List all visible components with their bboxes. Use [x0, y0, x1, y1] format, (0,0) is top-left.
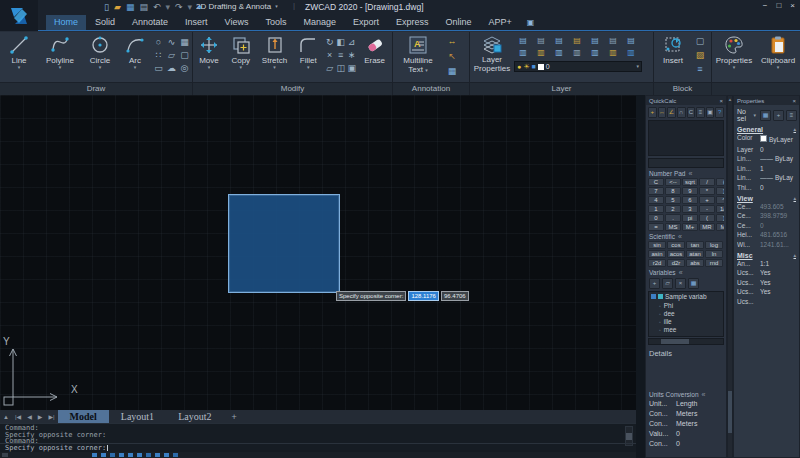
delete-variable-icon[interactable]: × [675, 278, 686, 289]
variables-tree[interactable]: Sample variab◦Phi◦dee◦ille◦mee [648, 291, 724, 337]
calc-fn-sin[interactable]: sin [648, 241, 666, 249]
polygon-icon[interactable]: ▱ [165, 49, 178, 62]
collapse-icon[interactable]: ▴ [793, 195, 796, 202]
calc-key-c[interactable]: C [648, 178, 664, 186]
chevron-down-icon[interactable]: ▾ [208, 65, 211, 70]
etrack-toggle[interactable] [137, 453, 142, 457]
menu-tab-online[interactable]: Online [438, 15, 480, 30]
layer-unlock-icon[interactable]: ▥ [604, 47, 622, 59]
screen-icon[interactable]: ▣ [527, 18, 535, 27]
layer-lock-state-icon[interactable]: ■ [532, 63, 536, 70]
calc-key-key[interactable]: ) [716, 214, 724, 222]
layer-match-icon[interactable]: ▤ [586, 35, 604, 47]
block-create-icon[interactable]: ▢ [692, 35, 708, 49]
calc-key-4[interactable]: 4 [648, 196, 664, 204]
variable-item-mee[interactable]: ◦mee [649, 325, 723, 333]
calc-key-key[interactable]: ( [716, 178, 724, 186]
close-button[interactable]: × [790, 1, 795, 10]
rectangle-icon[interactable]: ▭ [152, 62, 165, 75]
layer-merge-icon[interactable]: ▥ [550, 47, 568, 59]
menu-tab-express[interactable]: Express [388, 15, 437, 30]
layer-color-swatch[interactable] [538, 64, 544, 70]
calc-fn-r2d[interactable]: r2d [648, 259, 666, 267]
collapse-icon[interactable]: « [689, 171, 693, 176]
ortho-toggle[interactable] [110, 453, 115, 457]
scrollbar-thumb[interactable] [626, 433, 632, 440]
block-edit-icon[interactable]: ▨ [692, 49, 708, 63]
command-input[interactable]: Specify opposite corner: [0, 443, 636, 452]
help-icon[interactable]: ? [715, 107, 724, 118]
dimension-icon[interactable]: ↔ [443, 35, 461, 50]
units-row[interactable]: Con...Meters [649, 419, 723, 429]
workspace-dropdown[interactable]: 2D Drafting & Annota ▾ [196, 2, 278, 11]
scientific-header[interactable]: Scientific« [646, 231, 726, 241]
variable-item-dee[interactable]: ◦dee [649, 309, 723, 317]
dyn-toggle[interactable] [146, 453, 151, 457]
chevron-down-icon[interactable]: ▾ [99, 65, 102, 70]
lwt-toggle[interactable] [155, 453, 160, 457]
calc-key-1-x[interactable]: 1/x [716, 205, 724, 213]
calc-key-0[interactable]: 0 [648, 214, 664, 222]
units-row[interactable]: Con...0 [649, 439, 723, 449]
section-header-view[interactable]: View▴ [734, 193, 799, 202]
undo-icon[interactable]: ↶ [153, 1, 161, 13]
draw-panel-label[interactable]: Draw [0, 82, 192, 95]
arc-tool[interactable]: Arc ▾ [118, 33, 152, 70]
chevron-down-icon[interactable]: ▾ [59, 65, 62, 70]
block-panel-label[interactable]: Block [654, 82, 711, 95]
donut-icon[interactable]: ◎ [178, 62, 191, 75]
calc-fn-acos[interactable]: acos [667, 250, 685, 258]
layout-tab-model[interactable]: Model [58, 410, 109, 423]
calc-key-mr[interactable]: MR [699, 223, 715, 231]
menu-tab-app[interactable]: APP+ [481, 15, 520, 30]
redo-caret-icon[interactable]: ▾ [188, 1, 193, 13]
scroll-up-icon[interactable]: ▴ [728, 96, 732, 102]
calc-key-key[interactable]: ( [699, 214, 715, 222]
calc-key-key[interactable]: ^ [716, 196, 724, 204]
polar-toggle[interactable] [119, 453, 124, 457]
new-file-icon[interactable]: ▯ [104, 1, 109, 13]
offset-icon[interactable]: ≡ [335, 49, 346, 62]
layer-prev-icon[interactable]: ▤ [604, 35, 622, 47]
snap-toggle[interactable] [92, 453, 97, 457]
layer-off-icon[interactable]: ▤ [532, 35, 550, 47]
drawing-canvas[interactable]: Specify opposite corner: 128.1176 96.470… [0, 95, 636, 410]
property-row-layer[interactable]: Layer0 [734, 145, 799, 155]
close-icon[interactable]: × [719, 98, 723, 104]
collapse-icon[interactable]: « [702, 392, 706, 397]
grid-toggle[interactable] [101, 453, 106, 457]
layer-properties-tool[interactable]: Layer Properties [470, 34, 514, 73]
undo-caret-icon[interactable]: ▾ [165, 1, 170, 13]
new-variable-icon[interactable]: + [649, 278, 660, 289]
insert-tool[interactable]: Insert [654, 33, 692, 65]
command-line-icon[interactable] [2, 453, 8, 457]
calc-fn-tan[interactable]: tan [686, 241, 704, 249]
variables-root-folder[interactable]: Sample variab [649, 292, 723, 301]
section-header-general[interactable]: General▴ [734, 124, 799, 133]
chevron-down-icon[interactable]: ▾ [425, 67, 428, 73]
calc-key-9[interactable]: 9 [682, 187, 698, 195]
redo-icon[interactable]: ↷ [175, 1, 183, 13]
units-row[interactable]: Unit...Length [649, 399, 723, 409]
trim-icon[interactable]: × [324, 49, 335, 62]
calc-key-key[interactable]: + [699, 196, 715, 204]
dyn-value-1[interactable]: 128.1176 [408, 291, 439, 301]
collapse-icon[interactable]: ▴ [793, 252, 796, 259]
calc-fn-cos[interactable]: cos [667, 241, 685, 249]
quick-select-icon[interactable]: ▦ [760, 110, 771, 121]
chevron-down-icon[interactable]: ▾ [240, 65, 243, 70]
chevron-down-icon[interactable]: ▾ [18, 65, 21, 70]
calc-key-m[interactable]: M+ [682, 223, 698, 231]
layout-tab-layout1[interactable]: Layout1 [109, 410, 166, 423]
scrollbar-thumb[interactable] [728, 391, 732, 433]
properties-tool[interactable]: Properties ▾ [712, 33, 756, 70]
modify-panel-label[interactable]: Modify [193, 82, 392, 95]
scrollbar-thumb[interactable] [661, 339, 689, 344]
calc-fn-asin[interactable]: asin [648, 250, 666, 258]
ellipse-icon[interactable]: ○ [152, 36, 165, 49]
clear-icon[interactable]: C [687, 107, 696, 118]
collapse-icon[interactable]: « [679, 270, 683, 275]
menu-tab-export[interactable]: Export [345, 15, 387, 30]
property-row-lin[interactable]: Lin...——ByLay [734, 173, 799, 183]
rotate-icon[interactable]: ↻ [324, 36, 335, 49]
